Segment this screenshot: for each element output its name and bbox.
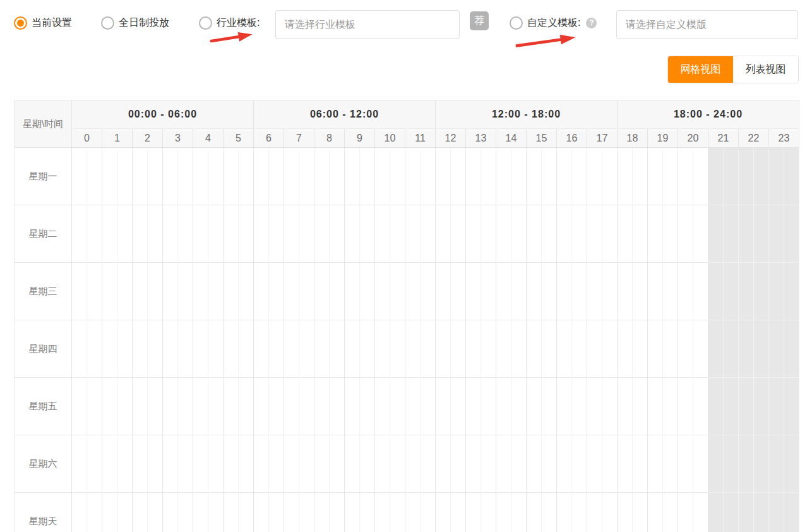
timeslot-cell[interactable] [208,263,224,320]
timeslot-cell[interactable] [663,378,678,435]
timeslot-cell[interactable] [663,320,678,378]
radio-industry-template[interactable]: 行业模板: [199,16,260,30]
timeslot-cell[interactable] [360,435,375,493]
timeslot-cell[interactable] [754,320,769,378]
timeslot-cell[interactable] [133,378,148,435]
timeslot-cell[interactable] [375,378,390,435]
timeslot-cell[interactable] [299,148,314,205]
timeslot-cell[interactable] [602,435,618,493]
timeslot-cell[interactable] [451,320,466,378]
timeslot-cell[interactable] [269,205,284,263]
timeslot-cell[interactable] [299,205,314,263]
timeslot-cell[interactable] [602,148,618,205]
timeslot-cell[interactable] [633,205,648,263]
timeslot-cell[interactable] [375,320,390,378]
timeslot-cell[interactable] [481,320,496,378]
timeslot-cell[interactable] [375,435,390,493]
timeslot-cell[interactable] [693,435,708,493]
timeslot-cell[interactable] [754,263,769,320]
timeslot-cell[interactable] [117,205,133,263]
timeslot-cell[interactable] [72,320,87,378]
timeslot-cell[interactable] [436,493,451,532]
timeslot-cell[interactable] [587,378,602,435]
timeslot-cell[interactable] [542,378,557,435]
timeslot-cell[interactable] [602,493,618,532]
timeslot-cell[interactable] [557,493,572,532]
timeslot-cell[interactable] [724,205,739,263]
timeslot-cell[interactable] [587,435,602,493]
timeslot-cell[interactable] [648,263,663,320]
timeslot-cell[interactable] [208,320,224,378]
timeslot-cell[interactable] [663,263,678,320]
timeslot-cell[interactable] [345,148,360,205]
timeslot-cell[interactable] [163,263,178,320]
timeslot-cell[interactable] [133,148,148,205]
timeslot-cell[interactable] [421,148,436,205]
timeslot-cell[interactable] [739,263,754,320]
timeslot-cell[interactable] [163,148,178,205]
timeslot-cell[interactable] [754,435,769,493]
timeslot-cell[interactable] [314,263,330,320]
timeslot-cell[interactable] [466,320,481,378]
timeslot-cell[interactable] [375,263,390,320]
timeslot-cell[interactable] [284,148,299,205]
timeslot-cell[interactable] [72,378,87,435]
timeslot-cell[interactable] [739,435,754,493]
timeslot-cell[interactable] [239,493,254,532]
timeslot-cell[interactable] [421,263,436,320]
timeslot-cell[interactable] [481,435,496,493]
timeslot-cell[interactable] [678,263,693,320]
timeslot-cell[interactable] [724,320,739,378]
timeslot-cell[interactable] [405,148,421,205]
timeslot-cell[interactable] [87,263,102,320]
timeslot-cell[interactable] [254,378,269,435]
timeslot-cell[interactable] [299,435,314,493]
timeslot-cell[interactable] [330,493,345,532]
timeslot-cell[interactable] [708,435,724,493]
timeslot-cell[interactable] [557,148,572,205]
timeslot-cell[interactable] [254,435,269,493]
timeslot-cell[interactable] [542,263,557,320]
timeslot-cell[interactable] [648,378,663,435]
timeslot-cell[interactable] [496,378,511,435]
timeslot-cell[interactable] [678,148,693,205]
timeslot-cell[interactable] [451,493,466,532]
timeslot-cell[interactable] [784,205,799,263]
timeslot-cell[interactable] [542,205,557,263]
timeslot-cell[interactable] [436,320,451,378]
timeslot-cell[interactable] [724,435,739,493]
timeslot-cell[interactable] [163,378,178,435]
timeslot-cell[interactable] [178,378,193,435]
timeslot-cell[interactable] [314,435,330,493]
timeslot-cell[interactable] [87,435,102,493]
timeslot-cell[interactable] [481,378,496,435]
timeslot-cell[interactable] [72,263,87,320]
timeslot-cell[interactable] [72,435,87,493]
timeslot-cell[interactable] [602,263,618,320]
timeslot-cell[interactable] [436,148,451,205]
timeslot-cell[interactable] [269,493,284,532]
timeslot-cell[interactable] [148,493,163,532]
timeslot-cell[interactable] [481,205,496,263]
timeslot-cell[interactable] [481,493,496,532]
timeslot-cell[interactable] [663,205,678,263]
timeslot-cell[interactable] [148,205,163,263]
timeslot-cell[interactable] [678,320,693,378]
timeslot-cell[interactable] [148,378,163,435]
timeslot-cell[interactable] [405,435,421,493]
timeslot-cell[interactable] [739,205,754,263]
timeslot-cell[interactable] [269,378,284,435]
timeslot-cell[interactable] [754,493,769,532]
timeslot-cell[interactable] [193,493,208,532]
timeslot-cell[interactable] [208,205,224,263]
timeslot-cell[interactable] [284,263,299,320]
timeslot-cell[interactable] [178,205,193,263]
radio-current-settings[interactable]: 当前设置 [14,16,72,30]
timeslot-cell[interactable] [542,320,557,378]
timeslot-cell[interactable] [769,148,784,205]
timeslot-cell[interactable] [572,205,587,263]
timeslot-cell[interactable] [527,435,542,493]
timeslot-cell[interactable] [224,378,239,435]
timeslot-cell[interactable] [102,435,117,493]
timeslot-cell[interactable] [375,493,390,532]
